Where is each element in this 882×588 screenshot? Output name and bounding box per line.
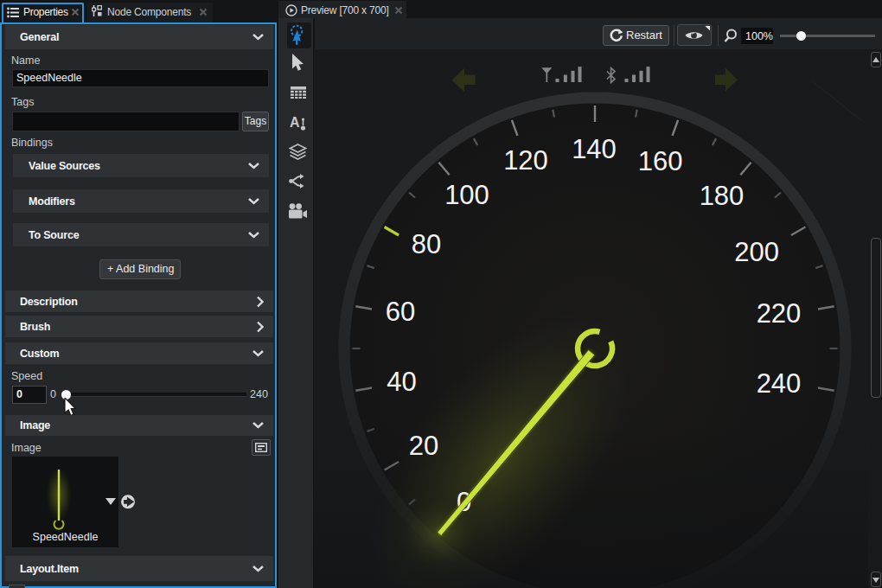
svg-text:60: 60 [386,297,415,327]
svg-text:120: 120 [503,145,548,176]
svg-text:160: 160 [638,146,683,176]
svg-text:A: A [290,115,300,130]
svg-text:40: 40 [387,367,416,397]
svg-text:200: 200 [734,237,779,267]
svg-text:140: 140 [572,134,617,164]
svg-text:100: 100 [444,180,489,210]
svg-text:220: 220 [757,298,802,329]
svg-text:240: 240 [757,368,802,399]
svg-text:80: 80 [412,229,441,259]
svg-text:20: 20 [409,431,438,461]
svg-text:180: 180 [700,181,745,211]
